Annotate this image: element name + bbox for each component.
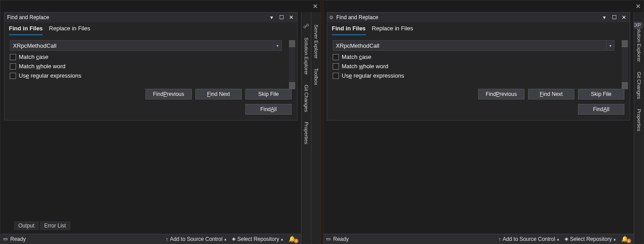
tab-find-in-files[interactable]: Find in Files bbox=[9, 25, 43, 35]
content-area: ⚙ Find and Replace ▾ ☐ ✕ Find in Files R… bbox=[323, 12, 634, 244]
panel-maximize-icon[interactable]: ☐ bbox=[610, 14, 618, 21]
find-previous-button[interactable]: Find Previous bbox=[478, 89, 524, 99]
checkbox-icon[interactable] bbox=[333, 73, 339, 79]
find-all-button[interactable]: Find All bbox=[578, 104, 624, 115]
chk-whole-word-row[interactable]: Match whole word bbox=[10, 63, 292, 70]
sidebar-tab-properties[interactable]: Properties bbox=[636, 107, 642, 133]
chk-whole-word-label: Match whole word bbox=[19, 63, 66, 70]
add-source-control-label: Add to Source Control bbox=[170, 236, 223, 242]
sidebar-tab-git-changes[interactable]: Git Changes bbox=[636, 70, 642, 101]
search-input[interactable] bbox=[10, 40, 274, 51]
window-left: ✕ Find and Replace ▾ ☐ ✕ Find in Files R… bbox=[0, 0, 321, 244]
skip-file-button[interactable]: Skip File bbox=[578, 89, 624, 99]
sidebar-tab-toolbox[interactable]: Toolbox bbox=[314, 66, 319, 87]
task-list-icon[interactable]: ▭ bbox=[326, 236, 330, 242]
select-repository-label: Select Repository bbox=[570, 236, 612, 242]
window-close-icon[interactable]: ✕ bbox=[313, 3, 318, 10]
bell-icon[interactable]: 🔔 1 bbox=[621, 236, 628, 242]
sidebar-tab-solution-explorer[interactable]: Solution Explorer bbox=[636, 23, 642, 64]
status-ready: Ready bbox=[8, 236, 29, 242]
app-body: ⚙ Find and Replace ▾ ☐ ✕ Find in Files R… bbox=[323, 12, 644, 244]
sidebar-tab-properties[interactable]: Properties bbox=[304, 120, 309, 146]
tab-replace-in-files[interactable]: Replace in Files bbox=[372, 25, 413, 35]
sidebar-tab-server-explorer[interactable]: Server Explorer bbox=[314, 23, 319, 60]
checkbox-icon[interactable] bbox=[333, 63, 339, 70]
find-body: ▾ Match case Match whole word Use regula… bbox=[4, 36, 297, 120]
statusbar: ▭ Ready ↑ Add to Source Control ▴ ◈ Sele… bbox=[323, 234, 634, 244]
live-share-icon[interactable]: ☍ bbox=[303, 23, 309, 29]
find-replace-panel: ⚙ Find and Replace ▾ ☐ ✕ Find in Files R… bbox=[327, 12, 630, 120]
checkbox-icon[interactable] bbox=[333, 54, 339, 60]
chk-regex-label: Use regular expressions bbox=[342, 72, 404, 79]
find-previous-button[interactable]: Find Previous bbox=[145, 89, 192, 99]
status-ready: Ready bbox=[330, 236, 351, 242]
caret-up-icon: ▴ bbox=[224, 237, 227, 241]
panel-titlebar: Find and Replace ▾ ☐ ✕ bbox=[4, 12, 297, 22]
panel-titlebar: ⚙ Find and Replace ▾ ☐ ✕ bbox=[327, 12, 630, 22]
chrome-strip: ✕ bbox=[323, 0, 644, 12]
sidebar-solution: ☍ Solution Explorer Git Changes Properti… bbox=[301, 12, 311, 244]
tab-output[interactable]: Output bbox=[14, 221, 39, 230]
content-area: Find and Replace ▾ ☐ ✕ Find in Files Rep… bbox=[0, 12, 301, 244]
statusbar: ▭ Ready ↑ Add to Source Control ▴ ◈ Sele… bbox=[0, 234, 301, 244]
scroll-down-icon[interactable] bbox=[622, 82, 628, 89]
checkbox-icon[interactable] bbox=[10, 63, 16, 70]
find-tabs: Find in Files Replace in Files bbox=[4, 22, 297, 36]
find-replace-panel: Find and Replace ▾ ☐ ✕ Find in Files Rep… bbox=[4, 12, 297, 120]
search-input[interactable] bbox=[333, 40, 607, 51]
find-next-button[interactable]: Find Next bbox=[528, 89, 574, 99]
bell-badge: 1 bbox=[294, 239, 298, 243]
checkbox-icon[interactable] bbox=[10, 54, 16, 60]
chrome-strip: ✕ bbox=[0, 0, 321, 12]
search-history-dropdown-icon[interactable]: ▾ bbox=[274, 40, 282, 51]
window-close-icon[interactable]: ✕ bbox=[636, 3, 641, 10]
gear-icon[interactable]: ⚙ bbox=[329, 15, 334, 21]
chk-match-case-row[interactable]: Match case bbox=[333, 54, 624, 60]
chk-whole-word-row[interactable]: Match whole word bbox=[333, 63, 624, 70]
sidebar-tab-solution-explorer[interactable]: Solution Explorer bbox=[304, 36, 309, 77]
checkbox-icon[interactable] bbox=[10, 73, 16, 79]
tab-replace-in-files[interactable]: Replace in Files bbox=[49, 25, 91, 35]
chk-regex-row[interactable]: Use regular expressions bbox=[333, 72, 624, 79]
window-right: ✕ EXP ⚙ Find and Replace ▾ ☐ ✕ Find in F… bbox=[323, 0, 644, 244]
panel-dropdown-icon[interactable]: ▾ bbox=[600, 14, 608, 21]
chk-match-case-label: Match case bbox=[19, 54, 48, 60]
caret-up-icon: ▴ bbox=[614, 237, 616, 241]
chk-match-case-label: Match case bbox=[342, 54, 371, 60]
panel-title: Find and Replace bbox=[335, 14, 600, 21]
upload-icon: ↑ bbox=[498, 236, 501, 242]
sidebar-tab-git-changes[interactable]: Git Changes bbox=[304, 83, 309, 114]
select-repository-button[interactable]: ◈ Select Repository ▴ bbox=[229, 236, 286, 242]
tab-error-list[interactable]: Error List bbox=[40, 221, 70, 230]
search-history-dropdown-icon[interactable]: ▾ bbox=[607, 40, 615, 51]
add-source-control-button[interactable]: ↑ Add to Source Control ▴ bbox=[163, 236, 229, 242]
add-source-control-button[interactable]: ↑ Add to Source Control ▴ bbox=[495, 236, 562, 242]
select-repository-label: Select Repository bbox=[237, 236, 279, 242]
panel-title: Find and Replace bbox=[6, 14, 268, 21]
caret-up-icon: ▴ bbox=[557, 237, 559, 241]
find-all-button[interactable]: Find All bbox=[245, 104, 292, 115]
chk-whole-word-label: Match whole word bbox=[342, 63, 388, 70]
find-next-button[interactable]: Find Next bbox=[195, 89, 242, 99]
scrollbar[interactable] bbox=[622, 40, 628, 89]
upload-icon: ↑ bbox=[165, 236, 168, 242]
tab-find-in-files[interactable]: Find in Files bbox=[332, 25, 366, 35]
panel-close-icon[interactable]: ✕ bbox=[620, 14, 628, 21]
scroll-up-icon[interactable] bbox=[622, 40, 628, 47]
bell-icon[interactable]: 🔔 1 bbox=[289, 236, 296, 242]
chk-regex-row[interactable]: Use regular expressions bbox=[10, 72, 292, 79]
sidebar-solution: Solution Explorer Git Changes Properties bbox=[634, 12, 644, 244]
panel-close-icon[interactable]: ✕ bbox=[287, 14, 295, 21]
panel-maximize-icon[interactable]: ☐ bbox=[277, 14, 285, 21]
chk-match-case-row[interactable]: Match case bbox=[10, 54, 292, 60]
scroll-up-icon[interactable] bbox=[289, 40, 295, 47]
skip-file-button[interactable]: Skip File bbox=[245, 89, 292, 99]
caret-up-icon: ▴ bbox=[281, 237, 283, 241]
task-list-icon[interactable]: ▭ bbox=[3, 236, 8, 242]
select-repository-button[interactable]: ◈ Select Repository ▴ bbox=[562, 236, 619, 242]
find-tabs: Find in Files Replace in Files bbox=[327, 22, 630, 36]
scroll-down-icon[interactable] bbox=[289, 82, 295, 89]
panel-dropdown-icon[interactable]: ▾ bbox=[268, 14, 276, 21]
chk-regex-label: Use regular expressions bbox=[19, 72, 81, 79]
scrollbar[interactable] bbox=[289, 40, 295, 89]
